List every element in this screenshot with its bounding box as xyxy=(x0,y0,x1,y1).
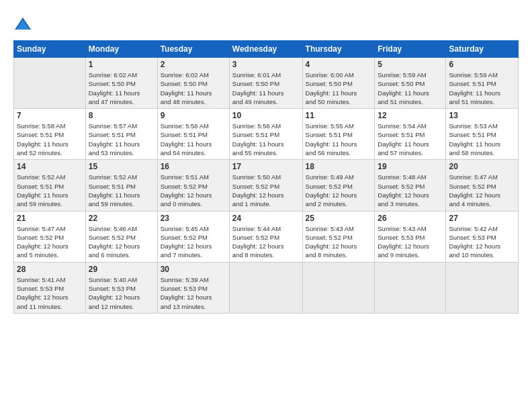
day-info: Sunrise: 6:01 AM Sunset: 5:50 PM Dayligh… xyxy=(232,71,300,106)
day-info: Sunrise: 5:42 AM Sunset: 5:53 PM Dayligh… xyxy=(449,224,515,260)
day-info: Sunrise: 5:52 AM Sunset: 5:51 PM Dayligh… xyxy=(17,173,83,208)
day-number: 1 xyxy=(89,60,154,69)
calendar-cell: 19Sunrise: 5:48 AM Sunset: 5:52 PM Dayli… xyxy=(375,160,446,211)
day-info: Sunrise: 5:45 AM Sunset: 5:52 PM Dayligh… xyxy=(161,224,226,260)
day-info: Sunrise: 5:55 AM Sunset: 5:51 PM Dayligh… xyxy=(306,122,372,157)
day-number: 16 xyxy=(161,162,226,171)
day-number: 18 xyxy=(306,162,372,171)
calendar-cell: 28Sunrise: 5:41 AM Sunset: 5:53 PM Dayli… xyxy=(14,262,86,313)
day-info: Sunrise: 5:53 AM Sunset: 5:51 PM Dayligh… xyxy=(449,122,515,157)
day-number: 9 xyxy=(161,111,226,120)
calendar-week-row: 14Sunrise: 5:52 AM Sunset: 5:51 PM Dayli… xyxy=(14,160,519,211)
day-number: 29 xyxy=(89,265,154,274)
day-info: Sunrise: 5:39 AM Sunset: 5:53 PM Dayligh… xyxy=(161,275,226,311)
day-info: Sunrise: 5:43 AM Sunset: 5:52 PM Dayligh… xyxy=(306,224,372,260)
day-info: Sunrise: 6:02 AM Sunset: 5:50 PM Dayligh… xyxy=(89,71,154,106)
calendar-cell: 21Sunrise: 5:47 AM Sunset: 5:52 PM Dayli… xyxy=(14,211,86,262)
calendar-cell: 27Sunrise: 5:42 AM Sunset: 5:53 PM Dayli… xyxy=(446,211,519,262)
day-number: 21 xyxy=(17,214,83,223)
day-info: Sunrise: 5:48 AM Sunset: 5:52 PM Dayligh… xyxy=(378,173,443,208)
calendar-cell: 20Sunrise: 5:47 AM Sunset: 5:52 PM Dayli… xyxy=(446,160,519,211)
day-info: Sunrise: 5:56 AM Sunset: 5:51 PM Dayligh… xyxy=(232,122,300,157)
calendar-cell: 17Sunrise: 5:50 AM Sunset: 5:52 PM Dayli… xyxy=(229,160,302,211)
day-info: Sunrise: 5:49 AM Sunset: 5:52 PM Dayligh… xyxy=(306,173,372,208)
calendar-cell: 25Sunrise: 5:43 AM Sunset: 5:52 PM Dayli… xyxy=(302,211,375,262)
day-number: 25 xyxy=(306,214,372,223)
calendar-cell: 12Sunrise: 5:54 AM Sunset: 5:51 PM Dayli… xyxy=(375,109,446,160)
day-number: 13 xyxy=(449,111,515,120)
weekday-header-row: SundayMondayTuesdayWednesdayThursdayFrid… xyxy=(14,41,519,58)
calendar-cell: 16Sunrise: 5:51 AM Sunset: 5:52 PM Dayli… xyxy=(157,160,229,211)
calendar-header: SundayMondayTuesdayWednesdayThursdayFrid… xyxy=(14,41,519,58)
calendar-cell xyxy=(229,262,302,313)
calendar-cell: 29Sunrise: 5:40 AM Sunset: 5:53 PM Dayli… xyxy=(85,262,157,313)
calendar-cell xyxy=(14,58,86,109)
day-number: 8 xyxy=(89,111,154,120)
calendar-cell: 5Sunrise: 5:59 AM Sunset: 5:50 PM Daylig… xyxy=(375,58,446,109)
day-number: 7 xyxy=(17,111,83,120)
calendar-body: 1Sunrise: 6:02 AM Sunset: 5:50 PM Daylig… xyxy=(14,58,519,314)
day-number: 12 xyxy=(378,111,443,120)
day-info: Sunrise: 5:40 AM Sunset: 5:53 PM Dayligh… xyxy=(89,275,154,311)
calendar-cell: 1Sunrise: 6:02 AM Sunset: 5:50 PM Daylig… xyxy=(85,58,157,109)
day-info: Sunrise: 5:47 AM Sunset: 5:52 PM Dayligh… xyxy=(449,173,515,208)
calendar-cell: 11Sunrise: 5:55 AM Sunset: 5:51 PM Dayli… xyxy=(302,109,375,160)
day-info: Sunrise: 5:59 AM Sunset: 5:51 PM Dayligh… xyxy=(449,71,515,106)
calendar-cell: 7Sunrise: 5:58 AM Sunset: 5:51 PM Daylig… xyxy=(14,109,86,160)
weekday-header-friday: Friday xyxy=(375,41,446,58)
day-info: Sunrise: 5:43 AM Sunset: 5:53 PM Dayligh… xyxy=(378,224,443,260)
logo-icon xyxy=(13,15,32,34)
day-number: 14 xyxy=(17,162,83,171)
day-number: 2 xyxy=(161,60,226,69)
day-number: 27 xyxy=(449,214,515,223)
day-info: Sunrise: 5:41 AM Sunset: 5:53 PM Dayligh… xyxy=(17,275,83,311)
weekday-header-sunday: Sunday xyxy=(14,41,86,58)
day-info: Sunrise: 5:56 AM Sunset: 5:51 PM Dayligh… xyxy=(161,122,226,157)
calendar-week-row: 28Sunrise: 5:41 AM Sunset: 5:53 PM Dayli… xyxy=(14,262,519,313)
day-info: Sunrise: 5:57 AM Sunset: 5:51 PM Dayligh… xyxy=(89,122,154,157)
calendar-week-row: 1Sunrise: 6:02 AM Sunset: 5:50 PM Daylig… xyxy=(14,58,519,109)
calendar-cell: 14Sunrise: 5:52 AM Sunset: 5:51 PM Dayli… xyxy=(14,160,86,211)
day-info: Sunrise: 5:59 AM Sunset: 5:50 PM Dayligh… xyxy=(378,71,443,106)
day-info: Sunrise: 6:02 AM Sunset: 5:50 PM Dayligh… xyxy=(161,71,226,106)
calendar-week-row: 21Sunrise: 5:47 AM Sunset: 5:52 PM Dayli… xyxy=(14,211,519,262)
day-number: 30 xyxy=(161,265,226,274)
calendar-cell: 13Sunrise: 5:53 AM Sunset: 5:51 PM Dayli… xyxy=(446,109,519,160)
calendar-week-row: 7Sunrise: 5:58 AM Sunset: 5:51 PM Daylig… xyxy=(14,109,519,160)
weekday-header-tuesday: Tuesday xyxy=(157,41,229,58)
day-info: Sunrise: 6:00 AM Sunset: 5:50 PM Dayligh… xyxy=(306,71,372,106)
day-number: 3 xyxy=(232,60,300,69)
day-number: 5 xyxy=(378,60,443,69)
calendar-cell: 6Sunrise: 5:59 AM Sunset: 5:51 PM Daylig… xyxy=(446,58,519,109)
day-number: 26 xyxy=(378,214,443,223)
weekday-header-wednesday: Wednesday xyxy=(229,41,302,58)
day-info: Sunrise: 5:58 AM Sunset: 5:51 PM Dayligh… xyxy=(17,122,83,157)
calendar-table: SundayMondayTuesdayWednesdayThursdayFrid… xyxy=(13,40,519,314)
calendar-cell: 30Sunrise: 5:39 AM Sunset: 5:53 PM Dayli… xyxy=(157,262,229,313)
day-number: 15 xyxy=(89,162,154,171)
calendar-cell: 2Sunrise: 6:02 AM Sunset: 5:50 PM Daylig… xyxy=(157,58,229,109)
calendar-cell: 8Sunrise: 5:57 AM Sunset: 5:51 PM Daylig… xyxy=(85,109,157,160)
day-info: Sunrise: 5:52 AM Sunset: 5:51 PM Dayligh… xyxy=(89,173,154,208)
calendar-cell: 15Sunrise: 5:52 AM Sunset: 5:51 PM Dayli… xyxy=(85,160,157,211)
day-info: Sunrise: 5:47 AM Sunset: 5:52 PM Dayligh… xyxy=(17,224,83,260)
day-number: 6 xyxy=(449,60,515,69)
day-info: Sunrise: 5:54 AM Sunset: 5:51 PM Dayligh… xyxy=(378,122,443,157)
page: SundayMondayTuesdayWednesdayThursdayFrid… xyxy=(0,0,532,411)
day-info: Sunrise: 5:51 AM Sunset: 5:52 PM Dayligh… xyxy=(161,173,226,208)
logo xyxy=(13,15,35,34)
day-info: Sunrise: 5:46 AM Sunset: 5:52 PM Dayligh… xyxy=(89,224,154,260)
calendar-cell: 4Sunrise: 6:00 AM Sunset: 5:50 PM Daylig… xyxy=(302,58,375,109)
day-number: 11 xyxy=(306,111,372,120)
day-info: Sunrise: 5:50 AM Sunset: 5:52 PM Dayligh… xyxy=(232,173,300,208)
weekday-header-thursday: Thursday xyxy=(302,41,375,58)
calendar-cell: 18Sunrise: 5:49 AM Sunset: 5:52 PM Dayli… xyxy=(302,160,375,211)
header xyxy=(13,12,519,34)
day-number: 23 xyxy=(161,214,226,223)
calendar-cell xyxy=(446,262,519,313)
day-info: Sunrise: 5:44 AM Sunset: 5:52 PM Dayligh… xyxy=(232,224,300,260)
calendar-cell xyxy=(302,262,375,313)
calendar-cell: 3Sunrise: 6:01 AM Sunset: 5:50 PM Daylig… xyxy=(229,58,302,109)
day-number: 17 xyxy=(232,162,300,171)
calendar-cell: 23Sunrise: 5:45 AM Sunset: 5:52 PM Dayli… xyxy=(157,211,229,262)
